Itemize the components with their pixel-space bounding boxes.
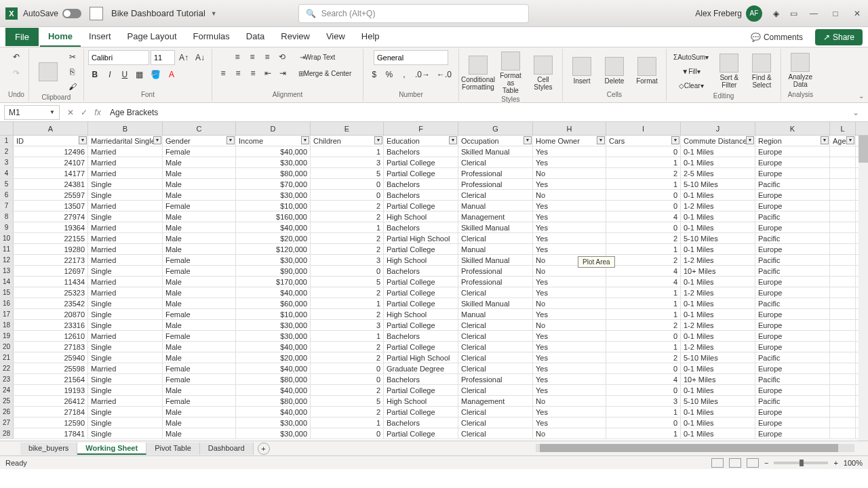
cell[interactable]: [830, 385, 856, 395]
align-right-button[interactable]: ≡: [246, 66, 260, 80]
cell[interactable]: 1-2 Miles: [681, 342, 755, 352]
cell[interactable]: 0-1 Miles: [681, 277, 755, 287]
page-layout-view-button[interactable]: [729, 458, 741, 468]
cell[interactable]: 0: [606, 190, 681, 200]
cell[interactable]: Male: [163, 190, 236, 200]
cell[interactable]: Male: [163, 298, 236, 308]
cell[interactable]: $40,000: [236, 363, 311, 373]
cell[interactable]: Yes: [533, 287, 606, 298]
cell[interactable]: 0: [606, 418, 681, 428]
cell[interactable]: 0: [606, 222, 681, 232]
cell[interactable]: 2: [311, 201, 384, 211]
cell[interactable]: [830, 418, 856, 428]
cell[interactable]: [830, 331, 856, 341]
cell[interactable]: 2-5 Miles: [681, 168, 755, 178]
cell[interactable]: Partial College: [384, 201, 458, 211]
column-filter-header[interactable]: Commute Distance▼: [681, 136, 755, 146]
cell[interactable]: 2: [311, 287, 384, 298]
cell[interactable]: 25598: [14, 363, 88, 373]
cell[interactable]: Female: [163, 255, 236, 265]
cell[interactable]: Married: [88, 331, 163, 341]
cell[interactable]: Yes: [533, 363, 606, 373]
cell[interactable]: Professional: [458, 266, 533, 276]
diamond-icon[interactable]: ◈: [773, 9, 779, 18]
column-filter-header[interactable]: Cars▼: [606, 136, 681, 146]
tab-page-layout[interactable]: Page Layout: [119, 27, 185, 47]
cell[interactable]: 27184: [14, 407, 88, 417]
filter-dropdown-icon[interactable]: ▼: [449, 136, 457, 144]
cell[interactable]: 27974: [14, 211, 88, 222]
cut-button[interactable]: ✂: [66, 50, 79, 64]
cell[interactable]: High School: [384, 211, 458, 222]
cell[interactable]: Single: [88, 309, 163, 319]
cell[interactable]: $80,000: [236, 396, 311, 406]
cell[interactable]: 4: [606, 374, 681, 384]
cell[interactable]: Bachelors: [384, 222, 458, 232]
row-header[interactable]: 10: [0, 233, 14, 243]
cell[interactable]: Clerical: [458, 157, 533, 167]
cell[interactable]: 1: [311, 331, 384, 341]
cell[interactable]: Male: [163, 157, 236, 167]
format-cells-button[interactable]: Format: [632, 56, 662, 86]
column-header-A[interactable]: A: [14, 122, 88, 135]
minimize-button[interactable]: —: [808, 8, 819, 19]
expand-formula-bar-button[interactable]: ⌄: [849, 106, 863, 119]
cell[interactable]: $20,000: [236, 233, 311, 243]
cell[interactable]: Married: [88, 146, 163, 157]
cell[interactable]: 0: [606, 363, 681, 373]
cell[interactable]: Bachelors: [384, 331, 458, 341]
cell[interactable]: [830, 428, 856, 439]
cell[interactable]: Bachelors: [384, 179, 458, 189]
cell[interactable]: Female: [163, 331, 236, 341]
cell[interactable]: Europe: [755, 331, 830, 341]
cell[interactable]: $90,000: [236, 266, 311, 276]
cell[interactable]: 23542: [14, 298, 88, 308]
cell[interactable]: Partial College: [384, 277, 458, 287]
zoom-slider[interactable]: [774, 462, 828, 464]
column-header-C[interactable]: C: [163, 122, 236, 135]
cell[interactable]: Male: [163, 418, 236, 428]
file-name[interactable]: Bike Dashboard Tutorial: [111, 8, 205, 18]
row-header[interactable]: 2: [0, 146, 14, 157]
cell[interactable]: Yes: [533, 277, 606, 287]
cell[interactable]: $30,000: [236, 418, 311, 428]
sheet-tab-bike_buyers[interactable]: bike_buyers: [20, 443, 77, 455]
close-button[interactable]: ✕: [852, 8, 863, 19]
increase-indent-button[interactable]: ⇥: [276, 66, 290, 80]
chevron-down-icon[interactable]: ▼: [50, 109, 55, 115]
search-box[interactable]: 🔍 Search (Alt+Q): [298, 4, 529, 23]
comma-button[interactable]: ,: [397, 68, 411, 81]
row-header[interactable]: 20: [0, 342, 14, 352]
cell[interactable]: Partial High School: [384, 352, 458, 363]
cell[interactable]: $40,000: [236, 287, 311, 298]
cell[interactable]: 3: [311, 320, 384, 330]
find-select-button[interactable]: Find & Select: [747, 52, 776, 90]
fill-color-button[interactable]: 🪣: [148, 68, 163, 81]
cell[interactable]: 12610: [14, 331, 88, 341]
align-center-button[interactable]: ≡: [231, 66, 245, 80]
cell[interactable]: 12496: [14, 146, 88, 157]
row-header[interactable]: 8: [0, 211, 14, 222]
cell[interactable]: Clerical: [458, 233, 533, 243]
cell[interactable]: 0: [311, 179, 384, 189]
sort-filter-button[interactable]: Sort & Filter: [714, 52, 744, 90]
cell[interactable]: Single: [88, 342, 163, 352]
cell[interactable]: Single: [88, 407, 163, 417]
cell[interactable]: 23316: [14, 320, 88, 330]
cell[interactable]: Male: [163, 385, 236, 395]
cell[interactable]: Yes: [533, 201, 606, 211]
cell[interactable]: 26412: [14, 396, 88, 406]
cell[interactable]: [830, 374, 856, 384]
cell[interactable]: Single: [88, 190, 163, 200]
cell[interactable]: Male: [163, 222, 236, 232]
delete-cells-button[interactable]: Delete: [599, 56, 629, 86]
cell[interactable]: 27183: [14, 342, 88, 352]
cell[interactable]: Married: [88, 222, 163, 232]
select-all-button[interactable]: [0, 122, 14, 135]
cell[interactable]: Manual: [458, 309, 533, 319]
cell[interactable]: Single: [88, 320, 163, 330]
cell[interactable]: Professional: [458, 179, 533, 189]
row-header[interactable]: 12: [0, 255, 14, 265]
cell[interactable]: $40,000: [236, 146, 311, 157]
cell[interactable]: 1: [311, 298, 384, 308]
